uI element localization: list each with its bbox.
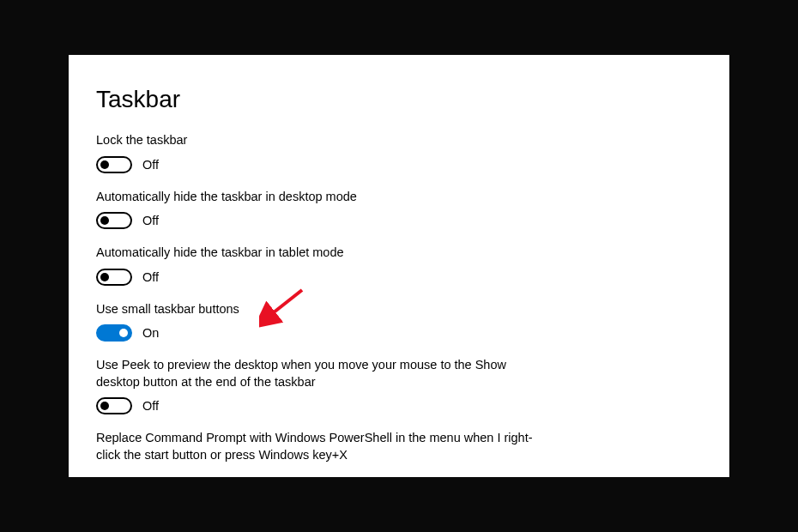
setting-small-taskbar-buttons: Use small taskbar buttonsOn [96, 301, 702, 342]
setting-label: Replace Command Prompt with Windows Powe… [96, 430, 542, 463]
toggle-auto-hide-desktop[interactable] [96, 212, 132, 229]
page-title: Taskbar [96, 86, 702, 113]
toggle-auto-hide-tablet[interactable] [96, 269, 132, 286]
toggle-row: On [96, 324, 702, 342]
toggle-state-label: Off [142, 399, 159, 413]
setting-lock-taskbar: Lock the taskbarOff [96, 132, 702, 173]
toggle-small-taskbar-buttons[interactable] [96, 324, 132, 342]
toggle-state-label: Off [142, 214, 159, 227]
setting-label: Use Peek to preview the desktop when you… [96, 357, 542, 390]
toggle-row: Off [96, 397, 702, 414]
setting-label: Automatically hide the taskbar in tablet… [96, 245, 542, 262]
setting-label: Use small taskbar buttons [96, 301, 542, 318]
settings-list: Lock the taskbarOffAutomatically hide th… [96, 132, 702, 464]
setting-replace-cmd-powershell: Replace Command Prompt with Windows Powe… [96, 430, 702, 463]
toggle-use-peek[interactable] [96, 397, 132, 414]
toggle-row: Off [96, 156, 702, 173]
toggle-row: Off [96, 212, 702, 229]
setting-label: Lock the taskbar [96, 132, 542, 149]
toggle-state-label: Off [142, 270, 159, 284]
setting-auto-hide-desktop: Automatically hide the taskbar in deskto… [96, 189, 702, 230]
toggle-state-label: On [142, 326, 159, 340]
toggle-state-label: Off [142, 158, 159, 172]
setting-label: Automatically hide the taskbar in deskto… [96, 189, 542, 206]
toggle-row: Off [96, 269, 702, 286]
setting-auto-hide-tablet: Automatically hide the taskbar in tablet… [96, 245, 702, 286]
settings-panel: Taskbar Lock the taskbarOffAutomatically… [69, 55, 729, 477]
setting-use-peek: Use Peek to preview the desktop when you… [96, 357, 702, 414]
toggle-lock-taskbar[interactable] [96, 156, 132, 173]
